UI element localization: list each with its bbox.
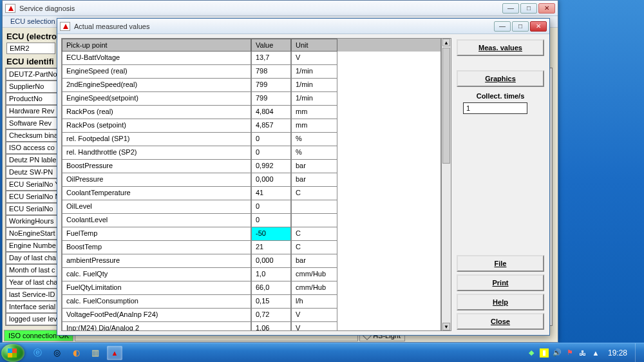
- table-row[interactable]: BoostTemp21C: [62, 241, 440, 254]
- graphics-button[interactable]: Graphics: [457, 70, 544, 87]
- dialog-maximize-button[interactable]: □: [512, 21, 529, 32]
- table-row[interactable]: ambientPressure0,000bar: [62, 254, 440, 268]
- table-row[interactable]: RackPos (setpoint)4,857mm: [62, 119, 440, 133]
- help-button[interactable]: Help: [457, 294, 544, 310]
- table-row[interactable]: EngineSpeed (real)7981/min: [62, 65, 440, 79]
- cell-unit: [291, 214, 337, 227]
- dialog-app-icon: [60, 22, 70, 31]
- table-row[interactable]: ECU-BattVoltage13,7V: [62, 52, 440, 65]
- close-button[interactable]: ✕: [538, 3, 555, 14]
- header-value[interactable]: Value: [251, 39, 291, 52]
- cell-pickup: BoostPressure: [62, 160, 251, 173]
- dialog-titlebar[interactable]: Actual measured values — □ ✕: [57, 19, 549, 34]
- print-button[interactable]: Print: [457, 274, 544, 291]
- cell-value: 0,15: [251, 295, 291, 309]
- taskbar-explorer-icon[interactable]: ▥: [88, 346, 103, 360]
- minimize-button[interactable]: —: [502, 3, 519, 14]
- dialog-close-panel-button[interactable]: Close: [457, 313, 544, 330]
- tray-flag-icon[interactable]: ▮: [540, 348, 549, 357]
- taskbar-firefox-icon[interactable]: ◐: [68, 346, 84, 360]
- cell-pickup: rel. Footpedal (SP1): [62, 133, 251, 146]
- cell-unit: bar: [291, 173, 337, 187]
- table-row[interactable]: CoolantLevel0: [62, 214, 440, 227]
- table-row[interactable]: rel. Handthrottle (SP2)0%: [62, 146, 440, 160]
- cell-value: 41: [251, 187, 291, 200]
- cell-pickup: OilLevel: [62, 200, 251, 214]
- scroll-up-arrow[interactable]: ▲: [442, 39, 450, 46]
- scroll-thumb[interactable]: [442, 48, 450, 164]
- cell-value: -50: [251, 227, 291, 241]
- table-row[interactable]: FuelQtyLimitation66,0cmm/Hub: [62, 281, 440, 295]
- table-row[interactable]: EngineSpeed(setpoint)7991/min: [62, 92, 440, 106]
- table-row[interactable]: BoostPressure0,992bar: [62, 160, 440, 173]
- table-row[interactable]: OilLevel0: [62, 200, 440, 214]
- taskbar-clock[interactable]: 19:28: [608, 348, 627, 357]
- table-row[interactable]: CoolantTemperature41C: [62, 187, 440, 200]
- ecu-name: EMR2: [6, 43, 55, 54]
- cell-pickup: calc. FuelQty: [62, 268, 251, 281]
- file-button[interactable]: File: [457, 255, 544, 272]
- cell-unit: C: [291, 241, 337, 254]
- cell-unit: V: [291, 309, 337, 322]
- show-desktop-button[interactable]: [635, 343, 641, 363]
- cell-pickup: FuelQtyLimitation: [62, 281, 251, 295]
- cell-pickup: RackPos (setpoint): [62, 119, 251, 133]
- tray-shield-icon[interactable]: ⚑: [565, 348, 574, 357]
- cell-value: 0,72: [251, 309, 291, 322]
- dialog-minimize-button[interactable]: —: [494, 21, 511, 32]
- table-row[interactable]: calc. FuelConsumption0,15l/h: [62, 295, 440, 309]
- cell-value: 0,000: [251, 173, 291, 187]
- cell-pickup: rel. Handthrottle (SP2): [62, 146, 251, 160]
- vertical-scrollbar[interactable]: ▲ ▼: [441, 38, 451, 331]
- cell-pickup: BoostTemp: [62, 241, 251, 254]
- cell-pickup: calc. FuelConsumption: [62, 295, 251, 309]
- cell-unit: cmm/Hub: [291, 281, 337, 295]
- cell-unit: %: [291, 146, 337, 160]
- dialog-title: Actual measured values: [74, 23, 494, 30]
- meas-values-button[interactable]: Meas. values: [457, 39, 544, 56]
- tray-icon-1[interactable]: ◆: [527, 348, 536, 357]
- cell-pickup: ECU-BattVoltage: [62, 52, 251, 65]
- cell-value: 21: [251, 241, 291, 254]
- table-row[interactable]: Inp:(M24) Dig/Analog 21,06V: [62, 322, 440, 331]
- data-table: Pick-up point Value Unit ECU-BattVoltage…: [61, 38, 441, 331]
- table-row[interactable]: RackPos (real)4,804mm: [62, 106, 440, 119]
- taskbar-app-icon[interactable]: ▲: [107, 346, 122, 360]
- taskbar-ie-icon[interactable]: ⓔ: [30, 346, 45, 360]
- tray-volume-icon[interactable]: 🔊: [553, 348, 562, 357]
- cell-value: 1,0: [251, 268, 291, 281]
- dialog-close-button[interactable]: ✕: [530, 21, 547, 32]
- table-row[interactable]: FuelTemp-50C: [62, 227, 440, 241]
- cell-value: 0: [251, 146, 291, 160]
- table-header: Pick-up point Value Unit: [62, 39, 440, 52]
- start-button[interactable]: [1, 344, 24, 362]
- cell-pickup: 2ndEngineSpeed(real): [62, 79, 251, 92]
- header-pickup[interactable]: Pick-up point: [62, 39, 251, 52]
- cell-value: 0: [251, 214, 291, 227]
- main-title: Service diagnosis: [19, 5, 502, 12]
- header-unit[interactable]: Unit: [291, 39, 337, 52]
- cell-value: 1,06: [251, 322, 291, 331]
- cell-value: 66,0: [251, 281, 291, 295]
- cell-value: 4,804: [251, 106, 291, 119]
- table-row[interactable]: rel. Footpedal (SP1)0%: [62, 133, 440, 146]
- table-row[interactable]: calc. FuelQty1,0cmm/Hub: [62, 268, 440, 281]
- table-row[interactable]: VoltageFootPed(AnaInp F24)0,72V: [62, 309, 440, 322]
- tray-up-icon[interactable]: ▲: [591, 348, 600, 357]
- cell-pickup: CoolantLevel: [62, 214, 251, 227]
- table-row[interactable]: OilPressure0,000bar: [62, 173, 440, 187]
- cell-pickup: EngineSpeed (real): [62, 65, 251, 79]
- table-row[interactable]: 2ndEngineSpeed(real)7991/min: [62, 79, 440, 92]
- cell-pickup: VoltageFootPed(AnaInp F24): [62, 309, 251, 322]
- main-titlebar[interactable]: Service diagnosis — □ ✕: [3, 1, 558, 16]
- collect-time-input[interactable]: [463, 102, 527, 114]
- taskbar-chrome-icon[interactable]: ◎: [49, 346, 64, 360]
- scroll-down-arrow[interactable]: ▼: [442, 323, 450, 330]
- cell-pickup: FuelTemp: [62, 227, 251, 241]
- cell-value: 799: [251, 92, 291, 106]
- maximize-button[interactable]: □: [520, 3, 537, 14]
- cell-unit: C: [291, 227, 337, 241]
- menu-ecu-selection[interactable]: ECU selection: [5, 16, 61, 27]
- cell-pickup: Inp:(M24) Dig/Analog 2: [62, 322, 251, 331]
- tray-network-icon[interactable]: 🖧: [578, 348, 587, 357]
